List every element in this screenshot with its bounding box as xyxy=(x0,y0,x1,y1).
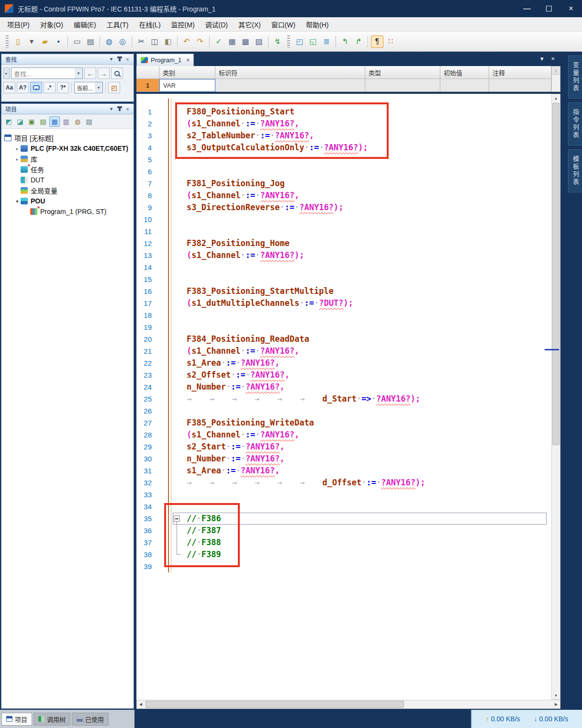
object-properties-button[interactable]: ▥ xyxy=(61,116,71,127)
search-input[interactable]: 查找... xyxy=(14,69,75,78)
grid-header-1[interactable]: 标识符 xyxy=(215,66,365,79)
find-search-button[interactable] xyxy=(111,67,123,79)
check-program-button[interactable]: ✓ xyxy=(213,35,225,48)
code-line-14[interactable] xyxy=(136,261,550,273)
find-button[interactable]: ◍ xyxy=(103,35,115,48)
find-panel-close-button[interactable]: × xyxy=(123,56,132,63)
menu-object[interactable]: 对象(O) xyxy=(35,17,68,32)
whole-word-button[interactable]: A? xyxy=(17,82,29,93)
code-generate-button[interactable]: ▨ xyxy=(253,35,265,48)
object-prev-button[interactable]: ◩ xyxy=(3,116,14,127)
save-project-button[interactable]: ▪ xyxy=(52,35,65,48)
new-file-caret-button[interactable]: ▾ xyxy=(25,35,38,48)
grid-scrollbar[interactable]: ↕ xyxy=(551,66,560,92)
combo-caret-icon[interactable]: ▾ xyxy=(95,82,102,93)
object-next-button[interactable]: ◪ xyxy=(15,116,25,127)
menu-edit[interactable]: 编辑(E) xyxy=(68,17,101,32)
code-line-31[interactable]: s1_Area·:=·?ANY16?, xyxy=(136,465,550,477)
scroll-left-button[interactable]: ◀ xyxy=(137,700,145,708)
code-line-5[interactable] xyxy=(136,154,550,166)
tree-item-pou[interactable]: ▾POU xyxy=(1,196,134,206)
code-line-9[interactable]: s3_DirectionReverse·:=·?ANY16?); xyxy=(136,202,550,213)
code-line-36[interactable]: //·F387 xyxy=(136,525,550,537)
grid-cell-comment[interactable] xyxy=(489,79,551,92)
code-line-7[interactable]: F381_Positioning_Jog xyxy=(136,178,550,190)
expand-tree-button[interactable]: ▤ xyxy=(38,116,48,127)
maximize-button[interactable]: ☐ xyxy=(538,0,560,17)
tree-item-tasks[interactable]: *任务 xyxy=(1,164,134,175)
scroll-right-button[interactable]: ▶ xyxy=(552,700,560,708)
menu-tools[interactable]: 工具(T) xyxy=(101,17,134,32)
panel-tab-instruction-list[interactable]: 指令列表 xyxy=(568,102,582,146)
object-settings-button[interactable]: ▧ xyxy=(84,116,94,127)
editor-horizontal-scrollbar[interactable]: ◀ ▶ xyxy=(136,700,560,709)
print-button[interactable]: ▤ xyxy=(84,35,97,48)
undo-button[interactable]: ↶ xyxy=(180,35,193,48)
pou-header-button[interactable]: ◰ xyxy=(293,35,306,48)
regex-button[interactable]: .* xyxy=(44,82,56,93)
cut-button[interactable]: ✂ xyxy=(135,35,147,48)
grid-cell-category[interactable]: VAR xyxy=(159,79,215,92)
tab-list-button[interactable]: ▾ xyxy=(540,55,544,62)
menu-help[interactable]: 帮助(H) xyxy=(301,17,334,32)
search-comments-button[interactable] xyxy=(30,82,42,93)
code-line-30[interactable]: n_Number·:=·?ANY16?, xyxy=(136,453,550,465)
editor-close-button[interactable]: × xyxy=(551,55,555,62)
project-panel-pin-button[interactable] xyxy=(115,105,123,113)
compile-button[interactable]: ▦ xyxy=(226,35,238,48)
search-target-button[interactable]: ◰ xyxy=(108,82,120,93)
find-panel-menu-button[interactable]: ▾ xyxy=(107,56,115,63)
network-list-button[interactable]: ◱ xyxy=(307,35,319,48)
jump-back-button[interactable]: ↰ xyxy=(339,35,351,48)
expand-arrow-icon[interactable]: ▸ xyxy=(14,157,21,162)
compile-all-button[interactable]: ▩ xyxy=(239,35,252,48)
code-line-19[interactable] xyxy=(136,321,550,333)
code-line-15[interactable] xyxy=(136,273,550,285)
find-previous-button[interactable]: ← xyxy=(84,67,96,79)
grid-cell-type[interactable] xyxy=(365,79,440,92)
code-line-22[interactable]: s1_Area·:=·?ANY16?, xyxy=(136,357,550,369)
online-mode-button[interactable]: ↯ xyxy=(271,35,284,48)
tree-item-library[interactable]: ▸库 xyxy=(1,154,134,164)
code-line-26[interactable] xyxy=(136,405,550,417)
code-line-8[interactable]: (s1_Channel·:=·?ANY16?, xyxy=(136,190,550,202)
code-line-33[interactable] xyxy=(136,489,550,501)
code-line-4[interactable]: s3_OutputCalculationOnly·:=·?ANY16?); xyxy=(136,142,550,154)
code-line-3[interactable]: s2_TableNumber·:=·?ANY16?, xyxy=(136,130,550,142)
code-line-37[interactable]: //·F388 xyxy=(136,537,550,549)
grid-header-0[interactable]: 类别 xyxy=(159,66,215,79)
code-line-25[interactable]: →→→→→→d_Start·=>·?ANY16?); xyxy=(136,393,550,405)
new-object-button[interactable]: ▦ xyxy=(49,116,60,127)
grid-row-number[interactable]: 1 xyxy=(136,79,159,92)
tab-program1[interactable]: Program_1 × xyxy=(136,54,194,66)
expand-arrow-icon[interactable]: ▸ xyxy=(14,146,21,151)
find-in-project-button[interactable]: ◎ xyxy=(116,35,129,48)
find-overflow-button[interactable]: ▸ xyxy=(3,67,10,79)
dock-tab-used[interactable]: 已使用 xyxy=(72,713,109,726)
code-line-20[interactable]: F384_Positioning_ReadData xyxy=(136,333,550,345)
panel-tab-template-list[interactable]: 模板列表 xyxy=(568,149,582,192)
dock-tab-project[interactable]: 项目 xyxy=(1,713,32,726)
collapse-arrow-icon[interactable]: ▾ xyxy=(14,199,21,204)
tree-item-program1[interactable]: *Program_1 (PRG, ST) xyxy=(1,206,134,217)
code-line-27[interactable]: F385_Positioning_WriteData xyxy=(136,417,550,429)
code-line-6[interactable] xyxy=(136,166,550,178)
tree-item-global-vars[interactable]: 全局变量 xyxy=(1,185,134,196)
grid-cell-identifier[interactable] xyxy=(215,79,365,92)
code-line-16[interactable]: F383_Positioning_StartMultiple xyxy=(136,285,550,297)
grid-header-4[interactable]: 注释 xyxy=(489,66,551,79)
code-line-13[interactable]: (s1_Channel·:=·?ANY16?); xyxy=(136,249,550,261)
minimize-button[interactable]: — xyxy=(516,0,538,17)
dock-tab-call-tree[interactable]: 调用树 xyxy=(34,713,70,726)
project-panel-close-button[interactable]: × xyxy=(123,105,132,113)
code-line-32[interactable]: →→→→→→d_Offset·:=·?ANY16?); xyxy=(136,477,550,489)
show-whitespace-button[interactable]: ¶ xyxy=(371,35,383,48)
code-line-34[interactable] xyxy=(136,501,550,513)
wildcard-button[interactable]: ?* xyxy=(57,82,69,93)
combo-caret-icon[interactable]: ▾ xyxy=(75,68,82,78)
search-scope-combo[interactable]: 当前...▾ xyxy=(74,82,103,93)
find-object-button[interactable]: ◍ xyxy=(72,116,83,127)
panel-tab-variable-list[interactable]: 变量列表 xyxy=(568,56,582,99)
horizontal-scroll-thumb[interactable] xyxy=(146,701,404,708)
code-line-35[interactable]: //·F386 xyxy=(136,513,550,525)
